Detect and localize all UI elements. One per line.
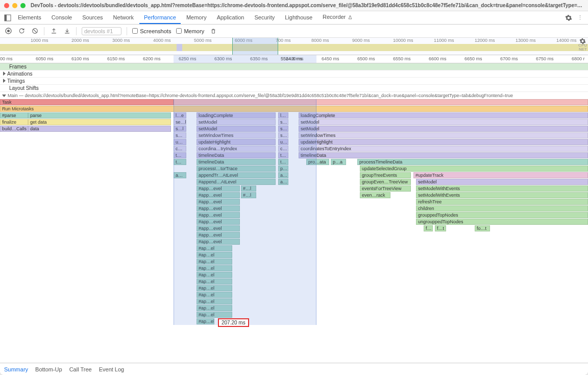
- flame-bar[interactable]: #updateTrack: [413, 172, 588, 178]
- context-select[interactable]: devtools #1: [82, 27, 121, 35]
- flame-bar[interactable]: p…a: [331, 159, 346, 165]
- flame-bar[interactable]: #ap…el: [197, 278, 232, 285]
- flame-bar[interactable]: loadingComplete: [299, 112, 588, 119]
- flame-bar[interactable]: #ap…el: [197, 292, 232, 298]
- flame-bar[interactable]: #ap…el: [197, 285, 232, 291]
- flame-bar[interactable]: #ap…el: [197, 265, 232, 271]
- tab-performance[interactable]: Performance: [139, 12, 181, 24]
- flame-bar[interactable]: updateSelectedGroup: [360, 166, 588, 172]
- flame-bar[interactable]: #ap…el: [197, 272, 232, 278]
- flame-bar[interactable]: #ap…el: [197, 312, 232, 318]
- flame-bar[interactable]: build…Calls: [0, 126, 28, 132]
- track-settings-icon[interactable]: [579, 38, 586, 44]
- flame-bar[interactable]: a…: [174, 172, 186, 178]
- flame-bar[interactable]: eventsForTreeView: [360, 185, 411, 192]
- flame-bar[interactable]: data: [28, 126, 171, 132]
- flame-bar[interactable]: se…l: [174, 119, 186, 125]
- flame-bar[interactable]: [174, 99, 588, 105]
- flame-bar[interactable]: #append…AtLevel: [197, 179, 276, 185]
- record-icon[interactable]: [4, 27, 12, 35]
- flame-bar[interactable]: s…: [174, 132, 186, 138]
- flame-bar[interactable]: ungrouppedTopNodes: [416, 219, 588, 225]
- flame-bar[interactable]: fo…t: [475, 225, 490, 231]
- flame-bar[interactable]: p…: [278, 166, 288, 172]
- flame-bar[interactable]: #…l: [241, 185, 256, 192]
- flame-bar[interactable]: t…: [278, 159, 288, 165]
- flame-bar[interactable]: timelineData: [197, 152, 276, 158]
- zoom-icon[interactable]: [20, 3, 26, 8]
- flame-bar[interactable]: #parse: [0, 112, 28, 119]
- flame-bar[interactable]: a…: [278, 172, 288, 178]
- flame-bar[interactable]: #app…evel: [197, 205, 240, 212]
- flame-bar[interactable]: updateHighlight: [197, 139, 276, 145]
- flame-bar[interactable]: f…: [424, 225, 433, 231]
- collapse-icon[interactable]: [2, 95, 6, 97]
- flame-bar[interactable]: groupEven…TreeView: [360, 179, 411, 185]
- flame-bar[interactable]: #app…evel: [197, 199, 240, 205]
- overview-selection[interactable]: [232, 38, 278, 55]
- timings-row[interactable]: Timings: [0, 78, 588, 85]
- flame-bar[interactable]: l…e: [174, 112, 186, 119]
- close-icon[interactable]: [4, 3, 9, 8]
- tab-console[interactable]: Console: [47, 12, 77, 24]
- flame-bar[interactable]: setWindowTimes: [299, 132, 588, 138]
- flame-bar[interactable]: #app…evel: [197, 219, 240, 225]
- flame-bar[interactable]: a…: [278, 179, 288, 185]
- flame-bar[interactable]: l…: [278, 112, 288, 119]
- detail-ruler[interactable]: 00 ms 6050 ms 6100 ms 6150 ms 6200 ms 62…: [0, 55, 588, 63]
- flame-bar[interactable]: setModel: [299, 119, 588, 125]
- flame-bar[interactable]: timelineData: [299, 152, 588, 158]
- flame-bar[interactable]: get data: [28, 119, 171, 125]
- flame-bar[interactable]: t…: [174, 152, 186, 158]
- flame-bar[interactable]: s…l: [174, 126, 186, 132]
- animations-row[interactable]: Animations: [0, 71, 588, 78]
- upload-icon[interactable]: [50, 27, 58, 35]
- flame-bar[interactable]: loadingComplete: [197, 112, 276, 119]
- tab-application[interactable]: Application: [212, 12, 249, 24]
- memory-checkbox[interactable]: Memory: [176, 28, 204, 34]
- flame-bar[interactable]: t…: [174, 159, 186, 165]
- flame-bar[interactable]: s…: [278, 132, 288, 138]
- flame-chart[interactable]: Task Run Microtasks #parse parse l…e loa…: [0, 99, 588, 325]
- dock-icon[interactable]: [3, 13, 12, 22]
- flame-bar[interactable]: #ap…el: [197, 252, 232, 258]
- flame-bar[interactable]: #ap…el: [197, 305, 232, 311]
- flame-bar[interactable]: Run Microtasks: [0, 106, 588, 112]
- flame-bar[interactable]: setModel: [197, 119, 276, 125]
- flame-bar[interactable]: pro…ata: [306, 159, 329, 165]
- flame-bar[interactable]: #app…evel: [197, 239, 240, 245]
- download-icon[interactable]: [63, 27, 71, 35]
- main-thread-header[interactable]: Main — devtools://devtools/bundled/devto…: [0, 92, 588, 99]
- bottom-tab-eventlog[interactable]: Event Log: [99, 366, 125, 372]
- trash-icon[interactable]: [209, 27, 217, 35]
- tab-recorder[interactable]: Recorder: [318, 11, 358, 24]
- flame-bar[interactable]: finalize: [0, 119, 28, 125]
- flame-bar[interactable]: groupTreeEvents: [360, 172, 411, 178]
- flame-bar[interactable]: processI…torTrace: [197, 166, 276, 172]
- more-icon[interactable]: ⋮: [575, 13, 585, 23]
- reload-icon[interactable]: [17, 27, 26, 35]
- flame-bar[interactable]: #ap…el: [197, 245, 232, 251]
- flame-bar[interactable]: t…: [278, 152, 288, 158]
- flame-bar[interactable]: c…: [174, 146, 186, 152]
- bottom-tab-summary[interactable]: Summary: [4, 366, 28, 372]
- flame-bar[interactable]: #app…evel: [197, 185, 240, 192]
- clear-icon[interactable]: [31, 27, 39, 35]
- flame-bar[interactable]: c…: [278, 146, 288, 152]
- expand-icon[interactable]: [3, 72, 6, 76]
- frames-row[interactable]: Frames: [0, 63, 588, 71]
- flame-bar[interactable]: setModel: [416, 179, 588, 185]
- flame-bar[interactable]: coordina…tryIndex: [197, 146, 276, 152]
- tab-security[interactable]: Security: [250, 12, 279, 24]
- flame-bar[interactable]: u…: [278, 139, 288, 145]
- timeline-overview[interactable]: 1000 ms 2000 ms 3000 ms 4000 ms 5000 ms …: [0, 38, 588, 55]
- flame-bar[interactable]: refreshTree: [416, 199, 588, 205]
- flame-bar[interactable]: parse: [28, 112, 171, 119]
- flame-bar[interactable]: coordinatesToEntryIndex: [299, 146, 588, 152]
- flame-bar[interactable]: #app…evel: [197, 212, 240, 218]
- flame-bar[interactable]: setWindowTimes: [197, 132, 276, 138]
- flame-bar[interactable]: children: [416, 205, 588, 212]
- expand-icon[interactable]: [3, 79, 6, 83]
- flame-bar[interactable]: #ap…el: [197, 318, 214, 324]
- flame-bar[interactable]: f…t: [435, 225, 446, 231]
